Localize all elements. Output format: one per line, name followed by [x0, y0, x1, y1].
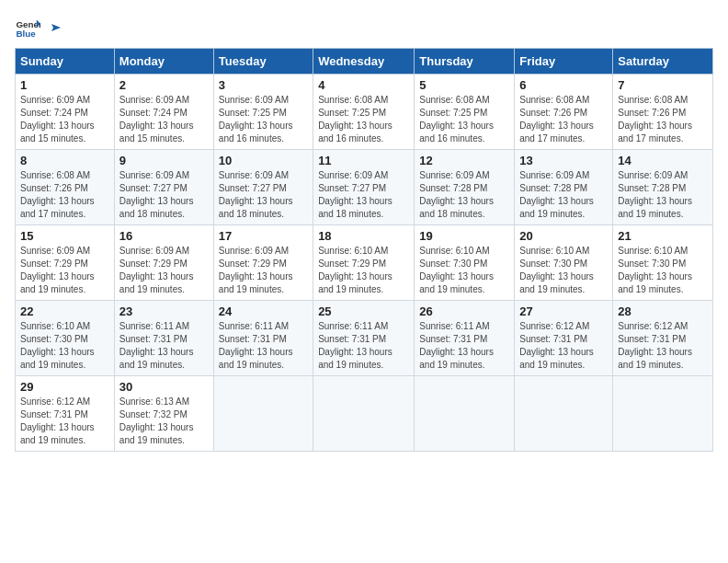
day-info: Sunrise: 6:09 AM Sunset: 7:29 PM Dayligh… [20, 245, 109, 296]
day-info: Sunrise: 6:10 AM Sunset: 7:29 PM Dayligh… [318, 245, 409, 296]
calendar-cell: 8Sunrise: 6:08 AM Sunset: 7:26 PM Daylig… [16, 150, 115, 225]
calendar-cell: 6Sunrise: 6:08 AM Sunset: 7:26 PM Daylig… [515, 75, 613, 150]
calendar-table: SundayMondayTuesdayWednesdayThursdayFrid… [15, 48, 713, 452]
calendar-cell: 24Sunrise: 6:11 AM Sunset: 7:31 PM Dayli… [213, 301, 313, 376]
logo-arrow-icon [48, 20, 63, 35]
calendar-cell: 14Sunrise: 6:09 AM Sunset: 7:28 PM Dayli… [613, 150, 713, 225]
day-info: Sunrise: 6:12 AM Sunset: 7:31 PM Dayligh… [618, 320, 708, 372]
day-number: 17 [219, 229, 308, 243]
day-info: Sunrise: 6:09 AM Sunset: 7:27 PM Dayligh… [119, 169, 209, 221]
day-number: 13 [519, 154, 608, 167]
day-info: Sunrise: 6:09 AM Sunset: 7:28 PM Dayligh… [618, 169, 708, 221]
header-friday: Friday [515, 49, 613, 75]
calendar-cell: 23Sunrise: 6:11 AM Sunset: 7:31 PM Dayli… [114, 301, 213, 376]
day-info: Sunrise: 6:13 AM Sunset: 7:32 PM Dayligh… [119, 396, 209, 447]
day-number: 5 [419, 78, 509, 92]
calendar-cell: 3Sunrise: 6:09 AM Sunset: 7:25 PM Daylig… [213, 75, 313, 150]
logo: General Blue [15, 15, 63, 40]
header-saturday: Saturday [613, 49, 713, 75]
calendar-cell [213, 376, 313, 452]
svg-text:Blue: Blue [16, 29, 36, 39]
calendar-cell: 21Sunrise: 6:10 AM Sunset: 7:30 PM Dayli… [613, 225, 713, 301]
calendar-week-row: 15Sunrise: 6:09 AM Sunset: 7:29 PM Dayli… [16, 225, 713, 301]
day-number: 21 [618, 229, 708, 243]
calendar-cell: 11Sunrise: 6:09 AM Sunset: 7:27 PM Dayli… [313, 150, 415, 225]
svg-marker-3 [51, 24, 61, 31]
calendar-cell: 9Sunrise: 6:09 AM Sunset: 7:27 PM Daylig… [114, 150, 213, 225]
calendar-week-row: 29Sunrise: 6:12 AM Sunset: 7:31 PM Dayli… [16, 376, 713, 452]
calendar-cell [515, 376, 613, 452]
day-number: 4 [318, 78, 409, 92]
day-info: Sunrise: 6:09 AM Sunset: 7:24 PM Dayligh… [20, 94, 109, 145]
day-number: 6 [519, 78, 608, 92]
day-number: 20 [519, 229, 608, 243]
day-info: Sunrise: 6:09 AM Sunset: 7:27 PM Dayligh… [318, 169, 409, 221]
day-number: 15 [20, 229, 109, 243]
logo-icon: General Blue [15, 15, 40, 40]
day-info: Sunrise: 6:12 AM Sunset: 7:31 PM Dayligh… [519, 320, 608, 372]
header-tuesday: Tuesday [213, 49, 313, 75]
calendar-cell [313, 376, 415, 452]
calendar-cell: 13Sunrise: 6:09 AM Sunset: 7:28 PM Dayli… [515, 150, 613, 225]
day-info: Sunrise: 6:08 AM Sunset: 7:25 PM Dayligh… [419, 94, 509, 145]
calendar-cell: 7Sunrise: 6:08 AM Sunset: 7:26 PM Daylig… [613, 75, 713, 150]
day-number: 2 [119, 78, 209, 92]
calendar-cell: 1Sunrise: 6:09 AM Sunset: 7:24 PM Daylig… [16, 75, 115, 150]
day-number: 3 [219, 78, 308, 92]
day-number: 7 [618, 78, 708, 92]
day-number: 23 [119, 304, 209, 318]
day-info: Sunrise: 6:10 AM Sunset: 7:30 PM Dayligh… [519, 245, 608, 296]
calendar-week-row: 1Sunrise: 6:09 AM Sunset: 7:24 PM Daylig… [16, 75, 713, 150]
day-info: Sunrise: 6:08 AM Sunset: 7:26 PM Dayligh… [618, 94, 708, 145]
day-number: 10 [219, 154, 308, 167]
page-header: General Blue [15, 15, 713, 40]
day-info: Sunrise: 6:11 AM Sunset: 7:31 PM Dayligh… [318, 320, 409, 372]
calendar-week-row: 8Sunrise: 6:08 AM Sunset: 7:26 PM Daylig… [16, 150, 713, 225]
day-number: 27 [519, 304, 608, 318]
calendar-cell: 30Sunrise: 6:13 AM Sunset: 7:32 PM Dayli… [114, 376, 213, 452]
day-number: 25 [318, 304, 409, 318]
header-wednesday: Wednesday [313, 49, 415, 75]
header-monday: Monday [114, 49, 213, 75]
day-info: Sunrise: 6:09 AM Sunset: 7:28 PM Dayligh… [519, 169, 608, 221]
day-info: Sunrise: 6:10 AM Sunset: 7:30 PM Dayligh… [20, 320, 109, 372]
day-info: Sunrise: 6:09 AM Sunset: 7:24 PM Dayligh… [119, 94, 209, 145]
day-number: 30 [119, 380, 209, 394]
day-number: 26 [419, 304, 509, 318]
calendar-cell: 5Sunrise: 6:08 AM Sunset: 7:25 PM Daylig… [415, 75, 515, 150]
calendar-header-row: SundayMondayTuesdayWednesdayThursdayFrid… [16, 49, 713, 75]
header-sunday: Sunday [16, 49, 115, 75]
calendar-cell: 12Sunrise: 6:09 AM Sunset: 7:28 PM Dayli… [415, 150, 515, 225]
calendar-cell: 25Sunrise: 6:11 AM Sunset: 7:31 PM Dayli… [313, 301, 415, 376]
day-info: Sunrise: 6:09 AM Sunset: 7:29 PM Dayligh… [119, 245, 209, 296]
day-number: 18 [318, 229, 409, 243]
day-info: Sunrise: 6:09 AM Sunset: 7:28 PM Dayligh… [419, 169, 509, 221]
day-number: 14 [618, 154, 708, 167]
day-number: 11 [318, 154, 409, 167]
day-info: Sunrise: 6:09 AM Sunset: 7:29 PM Dayligh… [219, 245, 308, 296]
day-number: 29 [20, 380, 109, 394]
calendar-cell: 15Sunrise: 6:09 AM Sunset: 7:29 PM Dayli… [16, 225, 115, 301]
day-number: 9 [119, 154, 209, 167]
calendar-cell: 16Sunrise: 6:09 AM Sunset: 7:29 PM Dayli… [114, 225, 213, 301]
calendar-cell [415, 376, 515, 452]
calendar-cell: 2Sunrise: 6:09 AM Sunset: 7:24 PM Daylig… [114, 75, 213, 150]
header-thursday: Thursday [415, 49, 515, 75]
calendar-cell: 18Sunrise: 6:10 AM Sunset: 7:29 PM Dayli… [313, 225, 415, 301]
day-info: Sunrise: 6:09 AM Sunset: 7:27 PM Dayligh… [219, 169, 308, 221]
day-info: Sunrise: 6:08 AM Sunset: 7:25 PM Dayligh… [318, 94, 409, 145]
day-info: Sunrise: 6:09 AM Sunset: 7:25 PM Dayligh… [219, 94, 308, 145]
calendar-cell: 29Sunrise: 6:12 AM Sunset: 7:31 PM Dayli… [16, 376, 115, 452]
day-number: 16 [119, 229, 209, 243]
day-info: Sunrise: 6:11 AM Sunset: 7:31 PM Dayligh… [419, 320, 509, 372]
day-info: Sunrise: 6:11 AM Sunset: 7:31 PM Dayligh… [119, 320, 209, 372]
day-number: 19 [419, 229, 509, 243]
day-info: Sunrise: 6:10 AM Sunset: 7:30 PM Dayligh… [419, 245, 509, 296]
day-number: 28 [618, 304, 708, 318]
day-info: Sunrise: 6:08 AM Sunset: 7:26 PM Dayligh… [519, 94, 608, 145]
calendar-cell: 19Sunrise: 6:10 AM Sunset: 7:30 PM Dayli… [415, 225, 515, 301]
day-info: Sunrise: 6:08 AM Sunset: 7:26 PM Dayligh… [20, 169, 109, 221]
calendar-cell: 17Sunrise: 6:09 AM Sunset: 7:29 PM Dayli… [213, 225, 313, 301]
calendar-cell: 28Sunrise: 6:12 AM Sunset: 7:31 PM Dayli… [613, 301, 713, 376]
calendar-cell: 27Sunrise: 6:12 AM Sunset: 7:31 PM Dayli… [515, 301, 613, 376]
